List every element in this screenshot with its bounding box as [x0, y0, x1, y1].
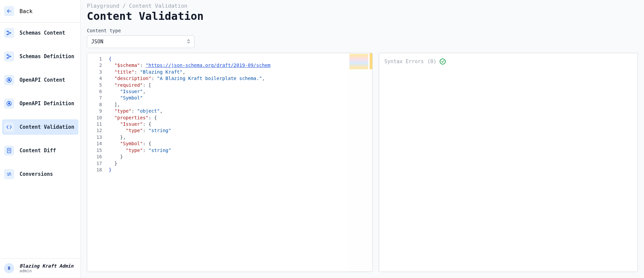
sidebar-item-content-diff[interactable]: Content Diff — [2, 143, 78, 158]
avatar: B — [4, 263, 14, 273]
sidebar-item-openapi-content[interactable]: OpenAPI Content — [2, 72, 78, 88]
sidebar-item-conversions[interactable]: Conversions — [2, 166, 78, 182]
breadcrumb: Playground / Content Validation — [87, 3, 638, 9]
sidebar-item-label: Conversions — [20, 171, 53, 177]
schema-icon — [4, 51, 14, 62]
check-circle-icon — [440, 58, 446, 65]
errors-label: Syntax Errors — [384, 58, 424, 65]
breadcrumb-current: Content Validation — [129, 3, 187, 9]
diff-icon — [4, 146, 14, 156]
editor-pane[interactable]: 123456789101112131415161718 { "$schema":… — [87, 53, 373, 272]
back-label: Back — [20, 8, 33, 14]
line-gutter: 123456789101112131415161718 — [87, 53, 106, 272]
openapi-icon — [4, 75, 14, 85]
panes: 123456789101112131415161718 { "$schema":… — [87, 53, 638, 272]
sidebar-item-label: Content Diff — [20, 148, 56, 154]
page-title: Content Validation — [87, 10, 638, 23]
content-type-label: Content type — [87, 28, 638, 33]
user-footer[interactable]: B Blazing Kraft Admin admin — [0, 258, 80, 278]
conversions-icon — [4, 169, 14, 179]
sidebar-item-label: Content Validation — [20, 124, 74, 130]
arrow-left-icon — [4, 6, 14, 16]
sidebar-item-schemas-content[interactable]: Schemas Content — [2, 25, 78, 41]
breadcrumb-separator: / — [123, 3, 126, 9]
breadcrumb-parent[interactable]: Playground — [87, 3, 119, 9]
sidebar-item-openapi-definition[interactable]: OpenAPI Definition — [2, 96, 78, 111]
user-name: Blazing Kraft Admin — [20, 263, 73, 269]
nav-list: Schemas ContentSchemas DefinitionOpenAPI… — [0, 23, 80, 258]
minimap-content — [349, 54, 368, 69]
sidebar-item-label: Schemas Definition — [20, 53, 74, 59]
main-content: Playground / Content Validation Content … — [81, 0, 644, 278]
minimap[interactable] — [348, 53, 372, 272]
sidebar: Back Schemas ContentSchemas DefinitionOp… — [0, 0, 81, 278]
code-icon — [4, 122, 14, 132]
openapi-icon — [4, 98, 14, 109]
schema-icon — [4, 28, 14, 38]
errors-pane: Syntax Errors (0) — [379, 53, 638, 272]
errors-header: Syntax Errors (0) — [384, 58, 632, 65]
sidebar-item-label: OpenAPI Content — [20, 77, 65, 83]
user-role: admin — [20, 269, 73, 273]
user-meta: Blazing Kraft Admin admin — [20, 263, 73, 273]
back-button[interactable]: Back — [0, 0, 80, 23]
sidebar-item-schemas-definition[interactable]: Schemas Definition — [2, 49, 78, 64]
svg-line-14 — [10, 104, 11, 105]
svg-line-10 — [10, 81, 11, 81]
sidebar-item-label: OpenAPI Definition — [20, 101, 74, 107]
sidebar-item-content-validation[interactable]: Content Validation — [2, 119, 78, 135]
content-type-value: JSON — [91, 39, 103, 45]
chevron-updown-icon — [187, 39, 190, 44]
minimap-scroll-thumb[interactable] — [370, 53, 372, 69]
code-editor[interactable]: { "$schema": "https://json-schema.org/dr… — [106, 53, 348, 272]
content-type-select[interactable]: JSON — [87, 35, 195, 48]
sidebar-item-label: Schemas Content — [20, 30, 65, 36]
errors-count: (0) — [427, 58, 436, 65]
